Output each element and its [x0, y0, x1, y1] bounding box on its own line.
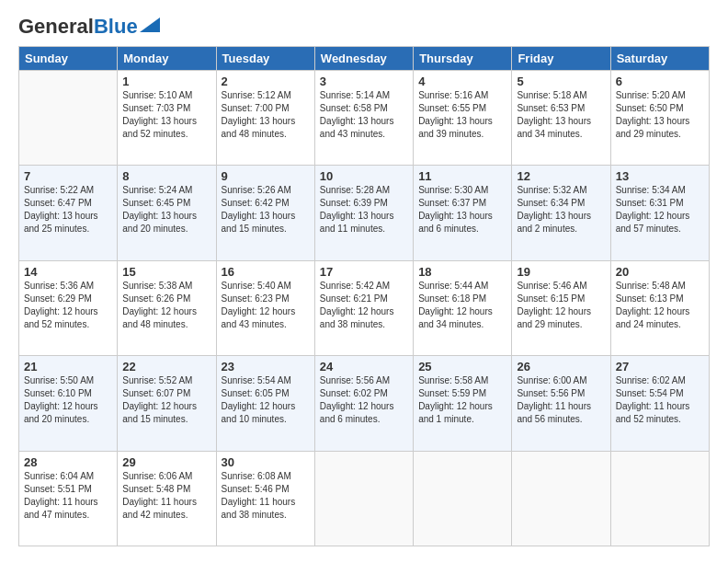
day-number: 3	[320, 75, 408, 88]
calendar-cell: 22Sunrise: 5:52 AM Sunset: 6:07 PM Dayli…	[118, 356, 216, 451]
calendar-cell	[414, 451, 512, 546]
calendar-week-row: 7Sunrise: 5:22 AM Sunset: 6:47 PM Daylig…	[19, 166, 710, 260]
calendar-cell: 11Sunrise: 5:30 AM Sunset: 6:37 PM Dayli…	[414, 166, 512, 260]
calendar-week-row: 21Sunrise: 5:50 AM Sunset: 6:10 PM Dayli…	[19, 356, 710, 451]
calendar-cell: 21Sunrise: 5:50 AM Sunset: 6:10 PM Dayli…	[19, 356, 118, 451]
calendar-cell: 17Sunrise: 5:42 AM Sunset: 6:21 PM Dayli…	[314, 260, 413, 355]
cell-info: Sunrise: 6:04 AM Sunset: 5:51 PM Dayligh…	[24, 470, 112, 522]
svg-marker-0	[140, 17, 160, 32]
calendar-cell: 28Sunrise: 6:04 AM Sunset: 5:51 PM Dayli…	[19, 451, 118, 546]
calendar-header-row: SundayMondayTuesdayWednesdayThursdayFrid…	[19, 47, 710, 71]
calendar-cell: 12Sunrise: 5:32 AM Sunset: 6:34 PM Dayli…	[512, 166, 610, 260]
cell-info: Sunrise: 5:44 AM Sunset: 6:18 PM Dayligh…	[418, 280, 506, 331]
cell-info: Sunrise: 6:06 AM Sunset: 5:48 PM Dayligh…	[122, 470, 210, 522]
day-of-week-header: Sunday	[19, 47, 118, 71]
calendar-week-row: 28Sunrise: 6:04 AM Sunset: 5:51 PM Dayli…	[19, 451, 710, 546]
cell-info: Sunrise: 5:46 AM Sunset: 6:15 PM Dayligh…	[517, 280, 605, 331]
day-number: 8	[122, 169, 210, 183]
calendar-cell: 29Sunrise: 6:06 AM Sunset: 5:48 PM Dayli…	[118, 451, 216, 546]
day-number: 26	[517, 360, 605, 373]
day-number: 27	[616, 360, 704, 373]
calendar-cell: 7Sunrise: 5:22 AM Sunset: 6:47 PM Daylig…	[19, 166, 118, 260]
day-number: 1	[122, 75, 210, 88]
logo-text: GeneralBlue	[18, 17, 138, 37]
cell-info: Sunrise: 5:56 AM Sunset: 6:02 PM Dayligh…	[320, 374, 408, 426]
calendar-cell: 24Sunrise: 5:56 AM Sunset: 6:02 PM Dayli…	[314, 356, 413, 451]
cell-info: Sunrise: 5:38 AM Sunset: 6:26 PM Dayligh…	[122, 280, 210, 331]
day-of-week-header: Wednesday	[314, 47, 413, 71]
day-number: 20	[616, 265, 704, 279]
calendar-cell: 8Sunrise: 5:24 AM Sunset: 6:45 PM Daylig…	[118, 166, 216, 260]
calendar-cell: 1Sunrise: 5:10 AM Sunset: 7:03 PM Daylig…	[118, 71, 216, 166]
cell-info: Sunrise: 5:28 AM Sunset: 6:39 PM Dayligh…	[320, 184, 408, 236]
cell-info: Sunrise: 5:36 AM Sunset: 6:29 PM Dayligh…	[24, 280, 112, 331]
calendar-cell	[19, 71, 118, 166]
cell-info: Sunrise: 5:18 AM Sunset: 6:53 PM Dayligh…	[517, 89, 605, 141]
calendar-cell: 23Sunrise: 5:54 AM Sunset: 6:05 PM Dayli…	[216, 356, 314, 451]
cell-info: Sunrise: 6:08 AM Sunset: 5:46 PM Dayligh…	[222, 470, 310, 522]
calendar-cell: 6Sunrise: 5:20 AM Sunset: 6:50 PM Daylig…	[610, 71, 709, 166]
day-number: 11	[418, 169, 506, 183]
calendar-cell: 3Sunrise: 5:14 AM Sunset: 6:58 PM Daylig…	[314, 71, 413, 166]
cell-info: Sunrise: 5:16 AM Sunset: 6:55 PM Dayligh…	[418, 89, 506, 141]
calendar-cell: 13Sunrise: 5:34 AM Sunset: 6:31 PM Dayli…	[610, 166, 709, 260]
cell-info: Sunrise: 5:48 AM Sunset: 6:13 PM Dayligh…	[616, 280, 704, 331]
calendar-cell: 26Sunrise: 6:00 AM Sunset: 5:56 PM Dayli…	[512, 356, 610, 451]
cell-info: Sunrise: 5:42 AM Sunset: 6:21 PM Dayligh…	[320, 280, 408, 331]
calendar-cell: 5Sunrise: 5:18 AM Sunset: 6:53 PM Daylig…	[512, 71, 610, 166]
day-number: 9	[222, 169, 310, 183]
calendar-cell: 16Sunrise: 5:40 AM Sunset: 6:23 PM Dayli…	[216, 260, 314, 355]
cell-info: Sunrise: 5:54 AM Sunset: 6:05 PM Dayligh…	[222, 374, 310, 426]
day-number: 4	[418, 75, 506, 88]
calendar-cell: 27Sunrise: 6:02 AM Sunset: 5:54 PM Dayli…	[610, 356, 709, 451]
day-of-week-header: Monday	[118, 47, 216, 71]
calendar-cell: 9Sunrise: 5:26 AM Sunset: 6:42 PM Daylig…	[216, 166, 314, 260]
calendar-cell	[610, 451, 709, 546]
calendar-week-row: 14Sunrise: 5:36 AM Sunset: 6:29 PM Dayli…	[19, 260, 710, 355]
cell-info: Sunrise: 5:58 AM Sunset: 5:59 PM Dayligh…	[418, 374, 506, 426]
day-number: 30	[222, 455, 310, 469]
day-number: 17	[320, 265, 408, 279]
cell-info: Sunrise: 5:14 AM Sunset: 6:58 PM Dayligh…	[320, 89, 408, 141]
day-number: 6	[616, 75, 704, 88]
logo: GeneralBlue	[18, 17, 160, 37]
cell-info: Sunrise: 6:02 AM Sunset: 5:54 PM Dayligh…	[616, 374, 704, 426]
day-number: 12	[517, 169, 605, 183]
day-of-week-header: Friday	[512, 47, 610, 71]
cell-info: Sunrise: 5:32 AM Sunset: 6:34 PM Dayligh…	[517, 184, 605, 236]
cell-info: Sunrise: 6:00 AM Sunset: 5:56 PM Dayligh…	[517, 374, 605, 426]
day-number: 5	[517, 75, 605, 88]
day-number: 10	[320, 169, 408, 183]
calendar-cell: 30Sunrise: 6:08 AM Sunset: 5:46 PM Dayli…	[216, 451, 314, 546]
day-number: 2	[222, 75, 310, 88]
day-number: 15	[122, 265, 210, 279]
calendar-cell: 10Sunrise: 5:28 AM Sunset: 6:39 PM Dayli…	[314, 166, 413, 260]
calendar-cell	[314, 451, 413, 546]
day-number: 7	[24, 169, 112, 183]
day-number: 19	[517, 265, 605, 279]
logo-icon	[140, 17, 160, 32]
calendar-cell	[512, 451, 610, 546]
cell-info: Sunrise: 5:24 AM Sunset: 6:45 PM Dayligh…	[122, 184, 210, 236]
day-number: 28	[24, 455, 112, 469]
calendar-cell: 2Sunrise: 5:12 AM Sunset: 7:00 PM Daylig…	[216, 71, 314, 166]
day-number: 25	[418, 360, 506, 373]
day-number: 16	[222, 265, 310, 279]
cell-info: Sunrise: 5:40 AM Sunset: 6:23 PM Dayligh…	[222, 280, 310, 331]
header: GeneralBlue	[18, 17, 710, 37]
day-number: 24	[320, 360, 408, 373]
calendar-cell: 19Sunrise: 5:46 AM Sunset: 6:15 PM Dayli…	[512, 260, 610, 355]
day-number: 13	[616, 169, 704, 183]
cell-info: Sunrise: 5:30 AM Sunset: 6:37 PM Dayligh…	[418, 184, 506, 236]
cell-info: Sunrise: 5:22 AM Sunset: 6:47 PM Dayligh…	[24, 184, 112, 236]
calendar-cell: 15Sunrise: 5:38 AM Sunset: 6:26 PM Dayli…	[118, 260, 216, 355]
day-of-week-header: Tuesday	[216, 47, 314, 71]
calendar-week-row: 1Sunrise: 5:10 AM Sunset: 7:03 PM Daylig…	[19, 71, 710, 166]
day-number: 29	[122, 455, 210, 469]
calendar-cell: 20Sunrise: 5:48 AM Sunset: 6:13 PM Dayli…	[610, 260, 709, 355]
page: GeneralBlue SundayMondayTuesdayWednesday…	[0, 0, 728, 563]
calendar-table: SundayMondayTuesdayWednesdayThursdayFrid…	[18, 46, 710, 546]
cell-info: Sunrise: 5:52 AM Sunset: 6:07 PM Dayligh…	[122, 374, 210, 426]
day-number: 22	[122, 360, 210, 373]
day-of-week-header: Saturday	[610, 47, 709, 71]
